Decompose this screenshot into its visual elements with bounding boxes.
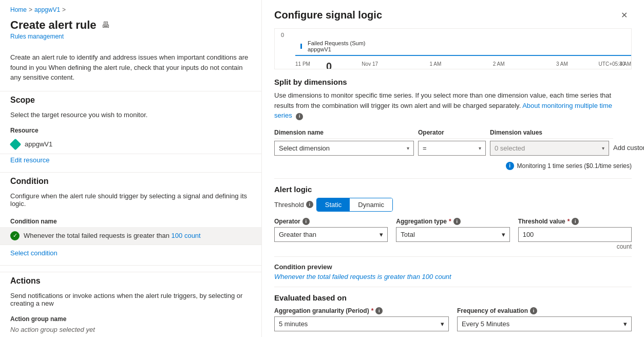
values-placeholder: 0 selected: [495, 144, 525, 152]
operator-select[interactable]: = ▾: [418, 141, 486, 156]
chart-area: 0 Failed Requests (Sum) appgwV1 0 11 PM …: [274, 28, 632, 69]
threshold-text: Threshold: [274, 201, 304, 209]
left-panel: Home > appgwV1 > Create alert rule 🖶 Rul…: [0, 0, 262, 337]
aggregation-dropdown[interactable]: Total ▾: [396, 227, 509, 242]
aggregation-info-icon: i: [453, 218, 461, 225]
split-description: Use dimensions to monitor specific time …: [274, 90, 632, 121]
frequency-label: Frequency of evaluation i: [457, 307, 632, 314]
dim-col-operator: Operator: [418, 127, 490, 139]
no-action-text: No action group selected yet: [0, 324, 261, 338]
dimensions-grid: Dimension name Operator Dimension values…: [274, 127, 632, 156]
split-dimensions-title: Split by dimensions: [274, 78, 632, 86]
close-button[interactable]: ✕: [617, 8, 632, 22]
aggregation-field: Aggregation type * i Total ▾: [396, 218, 509, 242]
evaluated-title: Evaluated based on: [274, 293, 632, 302]
operator-dropdown[interactable]: Greater than ▾: [274, 227, 388, 242]
page-title: Create alert rule: [10, 18, 97, 32]
page-description: Create an alert rule to identify and add…: [0, 48, 261, 91]
panel-header: Configure signal logic ✕: [274, 8, 632, 22]
granularity-field: Aggregation granularity (Period) * i 5 m…: [274, 307, 449, 331]
condition-prefix: Whenever the total failed requests is gr…: [24, 232, 172, 239]
legend-sub-text: appgwV1: [308, 46, 366, 52]
aggregation-required: *: [449, 218, 451, 225]
chevron-down-icon: ▾: [380, 231, 383, 238]
breadcrumb-app[interactable]: appgwV1: [34, 6, 60, 13]
aggregation-field-label: Aggregation type * i: [396, 218, 509, 225]
legend-dot: [300, 44, 306, 49]
granularity-dropdown[interactable]: 5 minutes ▾: [274, 316, 449, 331]
condition-row: ✓ Whenever the total failed requests is …: [0, 227, 261, 245]
condition-link[interactable]: 100 count: [172, 232, 201, 239]
chevron-down-icon: ▾: [441, 320, 444, 328]
threshold-toggle[interactable]: Static Dynamic: [316, 198, 393, 212]
diamond-icon: [10, 138, 22, 150]
breadcrumb-home[interactable]: Home: [10, 6, 27, 13]
condition-preview-text: Whenever the total failed requests is gr…: [274, 273, 632, 280]
evaluated-section: Evaluated based on Aggregation granulari…: [274, 287, 632, 331]
panel-title: Configure signal logic: [274, 9, 382, 21]
right-panel: Configure signal logic ✕ 0 Failed Reques…: [262, 0, 644, 337]
dim-col-name: Dimension name: [274, 127, 418, 139]
alert-logic-title: Alert logic: [274, 185, 632, 194]
time-label-0: 11 PM: [295, 61, 310, 67]
condition-preview-title: Condition preview: [274, 263, 632, 271]
chevron-down-icon: ▾: [602, 145, 604, 151]
time-label-3: 2 AM: [493, 61, 505, 67]
dimension-name-select[interactable]: Select dimension ▾: [274, 141, 414, 156]
chevron-down-icon: ▾: [479, 145, 481, 151]
operator-selected: Greater than: [279, 231, 316, 238]
granularity-required: *: [371, 307, 374, 314]
select-condition-link[interactable]: Select condition: [0, 245, 261, 265]
chart-time-labels: 11 PM Nov 17 1 AM 2 AM 3 AM 4 AM: [295, 61, 631, 67]
alert-logic-section: Alert logic Threshold i Static Dynamic O…: [274, 178, 632, 250]
aggregation-selected: Total: [401, 231, 414, 238]
condition-name-label: Condition name: [0, 214, 261, 227]
monitoring-info-text: Monitoring 1 time series ($0.1/time seri…: [517, 162, 632, 170]
resource-label: Resource: [0, 125, 261, 135]
check-icon: ✓: [10, 231, 20, 240]
frequency-dropdown[interactable]: Every 5 Minutes ▾: [457, 316, 632, 331]
operator-field-label: Operator i: [274, 218, 388, 225]
granularity-value: 5 minutes: [279, 320, 308, 328]
operator-field: Operator i Greater than ▾: [274, 218, 388, 242]
info-icon: i: [506, 162, 514, 170]
print-icon[interactable]: 🖶: [102, 21, 110, 30]
static-toggle[interactable]: Static: [317, 198, 350, 211]
threshold-info-icon: i: [306, 201, 313, 208]
threshold-value-input[interactable]: [518, 227, 632, 242]
granularity-info-icon: i: [375, 307, 383, 314]
operator-info-icon: i: [302, 218, 310, 225]
frequency-value: Every 5 Minutes: [462, 320, 509, 328]
chevron-down-icon: ▾: [623, 320, 627, 328]
time-label-4: 3 AM: [556, 61, 568, 67]
actions-section: Actions Send notifications or invoke act…: [0, 265, 261, 338]
granularity-label: Aggregation granularity (Period) * i: [274, 307, 449, 314]
legend-label: Failed Requests (Sum) appgwV1: [308, 40, 366, 52]
dimension-values-select[interactable]: 0 selected ▾: [490, 141, 609, 156]
chart-utc: UTC+05:30: [599, 61, 625, 67]
time-label-1: Nov 17: [362, 61, 378, 67]
condition-preview-section: Condition preview Whenever the total fai…: [274, 256, 632, 280]
legend-item: Failed Requests (Sum) appgwV1: [300, 40, 366, 52]
rules-management-link[interactable]: Rules management: [0, 33, 261, 48]
eval-form-row: Aggregation granularity (Period) * i 5 m…: [274, 307, 632, 331]
info-icon-inline: i: [296, 113, 303, 120]
condition-sub: Configure when the alert rule should tri…: [0, 190, 261, 214]
edit-resource-link[interactable]: Edit resource: [0, 154, 261, 172]
condition-text: Whenever the total failed requests is gr…: [24, 232, 201, 239]
breadcrumb-sep1: >: [29, 6, 32, 13]
dynamic-toggle[interactable]: Dynamic: [350, 198, 392, 211]
chart-y-label: 0: [281, 32, 284, 38]
add-custom-value[interactable]: Add custom value: [613, 139, 644, 152]
breadcrumb-sep2: >: [62, 6, 66, 13]
chevron-down-icon: ▾: [502, 231, 505, 238]
legend-label-text: Failed Requests (Sum): [308, 40, 366, 46]
threshold-required: *: [567, 218, 570, 225]
dim-col-values: Dimension values: [490, 127, 613, 139]
threshold-value-field: Threshold value * i count: [518, 218, 632, 250]
chart-legend: Failed Requests (Sum) appgwV1 0: [300, 40, 366, 52]
threshold-unit-label: count: [518, 243, 632, 250]
threshold-value-label: Threshold value * i: [518, 218, 632, 225]
alert-form-row: Operator i Greater than ▾ Aggregation ty…: [274, 218, 632, 250]
actions-header: Actions: [0, 272, 261, 290]
